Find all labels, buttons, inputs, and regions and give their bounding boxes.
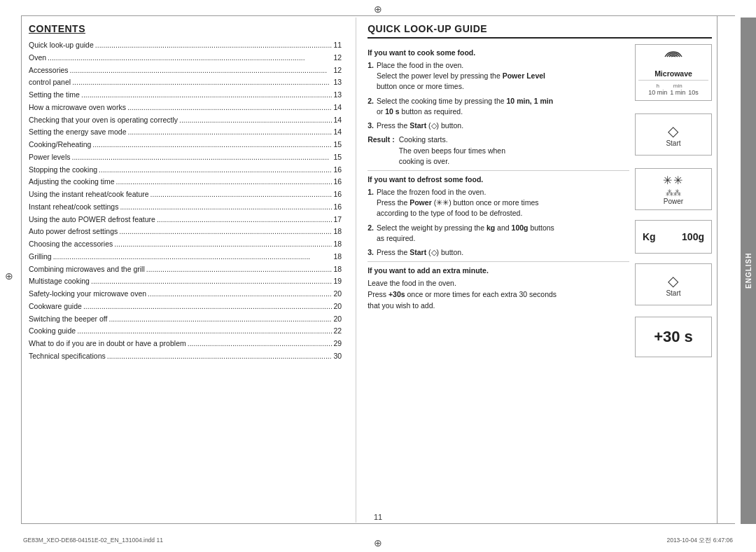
toc-list: Quick look-up guide.....................… (29, 40, 342, 362)
power-button-box: ✳✳ ⁂⁂ Power (635, 168, 712, 210)
toc-dots: ........................................… (53, 251, 332, 263)
toc-item: Cooking/Reheating.......................… (29, 139, 342, 151)
toc-item: How a microwave oven works..............… (29, 102, 342, 113)
spacer4 (635, 256, 712, 261)
toc-text: Oven (29, 53, 46, 64)
footer: GE83M_XEO-DE68-04151E-02_EN_131004.indd … (23, 537, 733, 545)
step-2-3: 3. Press the Start (◇) button. (368, 247, 629, 258)
toc-item: Grilling................................… (29, 251, 342, 263)
toc-item: Using the instant reheat/cook feature...… (29, 189, 342, 200)
start-icon-2: ◇ (668, 272, 678, 289)
footer-left: GE83M_XEO-DE68-04151E-02_EN_131004.indd … (23, 537, 163, 545)
border-left (21, 15, 22, 524)
divider2 (368, 261, 629, 262)
start-button-box-2: ◇ Start (635, 263, 712, 305)
power-label: Power (664, 198, 683, 205)
spacer5 (635, 308, 712, 314)
toc-item: Cooking guide...........................… (29, 326, 342, 337)
toc-text: Adjusting the cooking time (29, 177, 115, 188)
spacer3 (635, 213, 712, 217)
toc-page: 16 (333, 189, 342, 200)
border-top (21, 15, 735, 16)
toc-dots: ........................................… (179, 115, 332, 126)
border-bottom (21, 523, 735, 524)
contents-title: CONTENTS (29, 23, 342, 34)
toc-dots: ........................................… (148, 289, 332, 300)
toc-text: Safety-locking your microwave oven (29, 289, 146, 300)
toc-text: Setting the time (29, 90, 80, 101)
power-icon: ✳✳ (663, 174, 684, 187)
toc-dots: ........................................… (83, 301, 332, 312)
toc-dots: ........................................… (157, 214, 332, 226)
toc-dots: ........................................… (77, 326, 332, 337)
toc-page: 16 (333, 202, 342, 213)
kg-label: Kg (643, 231, 656, 242)
guide-buttons: Microwave h 10 min min 1 min (635, 44, 712, 517)
toc-text: Checking that your oven is operating cor… (29, 115, 178, 126)
toc-item: Oven....................................… (29, 53, 342, 64)
toc-item: Safety-locking your microwave oven......… (29, 289, 342, 300)
toc-dots: ........................................… (127, 102, 332, 113)
toc-text: Switching the beeper off (29, 314, 107, 325)
step-2-2: 2. Select the weight by pressing the kg … (368, 223, 629, 244)
guide-text: If you want to cook some food. 1. Place … (368, 44, 635, 517)
toc-text: Power levels (29, 152, 71, 163)
toc-page: 11 (333, 40, 342, 51)
guide-section: QUICK LOOK-UP GUIDE If you want to cook … (356, 18, 718, 523)
toc-text: Setting the energy save mode (29, 127, 127, 138)
toc-dots: ........................................… (128, 127, 332, 138)
step-1-3: 3. Press the Start (◇) button. (368, 120, 629, 131)
toc-page: 17 (333, 214, 342, 226)
toc-page: 12 (333, 65, 342, 76)
english-sidebar: ENGLISH (741, 18, 756, 524)
toc-dots: ........................................… (70, 65, 332, 76)
toc-page: 30 (333, 351, 342, 362)
toc-text: Multistage cooking (29, 276, 90, 287)
toc-text: Accessories (29, 65, 69, 76)
toc-item: Choosing the accessories................… (29, 239, 342, 250)
guide-main: If you want to cook some food. 1. Place … (368, 44, 712, 517)
toc-dots: ........................................… (92, 139, 332, 151)
toc-text: Quick look-up guide (29, 40, 94, 51)
page-number: 11 (374, 513, 382, 521)
toc-dots: ........................................… (72, 152, 332, 163)
step-1-2: 2. Select the cooking time by pressing t… (368, 96, 629, 117)
toc-dots: ........................................… (72, 77, 332, 88)
toc-item: Quick look-up guide.....................… (29, 40, 342, 51)
microwave-label: Microwave (654, 69, 692, 78)
toc-item: Adjusting the cooking time..............… (29, 177, 342, 188)
toc-item: Stopping the cooking....................… (29, 165, 342, 176)
toc-page: 20 (333, 301, 342, 312)
section2-heading: If you want to defrost some food. (368, 175, 629, 184)
content-area: CONTENTS Quick look-up guide............… (23, 18, 718, 523)
divider1 (368, 170, 629, 171)
toc-dots: ........................................… (188, 338, 332, 350)
toc-text: Technical specifications (29, 351, 106, 362)
toc-item: Accessories.............................… (29, 65, 342, 76)
section1-heading: If you want to cook some food. (368, 48, 629, 57)
toc-dots: ........................................… (107, 351, 332, 362)
toc-text: control panel (29, 77, 71, 88)
toc-item: Power levels............................… (29, 152, 342, 163)
start-icon-1: ◇ (668, 123, 678, 139)
toc-item: Setting the time........................… (29, 90, 342, 101)
toc-text: Cooking guide (29, 326, 76, 337)
step-2-1: 1. Place the frozen food in the oven. Pr… (368, 187, 629, 219)
toc-page: 14 (333, 127, 342, 138)
toc-page: 16 (333, 165, 342, 176)
contents-section: CONTENTS Quick look-up guide............… (23, 18, 356, 523)
toc-dots: ........................................… (114, 239, 332, 250)
toc-page: 29 (333, 338, 342, 350)
toc-item: Combining microwaves and the grill......… (29, 264, 342, 275)
start-label-1: Start (666, 139, 680, 147)
toc-item: Using the auto POWER defrost feature....… (29, 214, 342, 226)
start-button-box-1: ◇ Start (635, 113, 712, 156)
toc-dots: ........................................… (116, 177, 332, 188)
toc-dots: ........................................… (81, 90, 332, 101)
toc-page: 12 (333, 53, 342, 64)
toc-text: Auto power defrost settings (29, 226, 118, 237)
section3-heading: If you want to add an extra minute. (368, 266, 629, 275)
reg-mark-left: ⊕ (4, 271, 14, 281)
toc-item: Multistage cooking......................… (29, 276, 342, 287)
toc-dots: ........................................… (108, 314, 332, 325)
